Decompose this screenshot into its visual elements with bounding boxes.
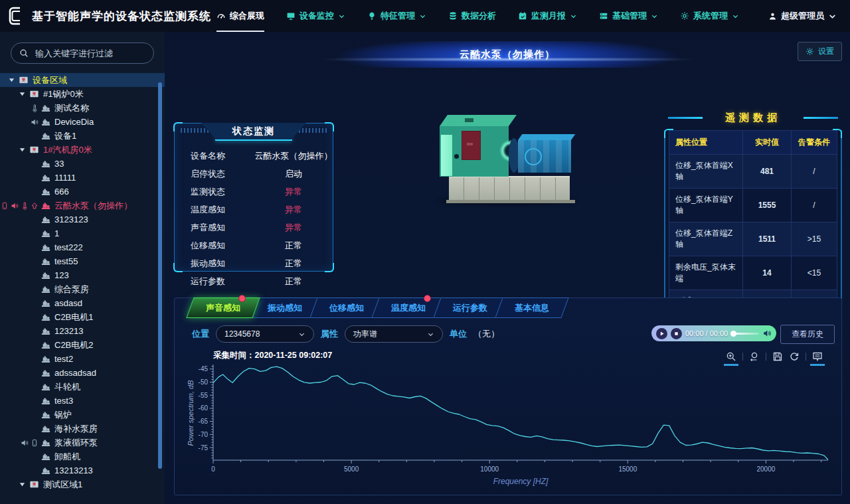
device-icon	[41, 369, 50, 378]
tree-item-16[interactable]: asdasd	[0, 296, 165, 310]
status-row-6: 振动感知 正常	[175, 254, 333, 272]
tree-filter-input[interactable]	[34, 48, 145, 59]
tree-item-25[interactable]: 海补水泵房	[0, 422, 165, 436]
unit-label: 单位	[450, 328, 467, 340]
status-row-7: 运行参数 正常	[175, 272, 333, 290]
tree-item-0[interactable]: 设备区域	[0, 73, 165, 87]
tree-item-8[interactable]: 666	[0, 185, 165, 199]
model-base	[449, 176, 570, 200]
status-row-0: 设备名称 云酷水泵（勿操作）	[175, 147, 333, 165]
tree-item-18[interactable]: 123213	[0, 324, 165, 338]
telemetry-header-row: 属性位置实时值告警条件	[669, 131, 837, 155]
tree-expander-icon[interactable]	[19, 481, 26, 488]
spectrum-chart[interactable]: -45-50-55-60-65-70-750500010000150002000…	[185, 361, 833, 493]
device-icon	[41, 327, 50, 336]
tree-item-22[interactable]: 斗轮机	[0, 380, 165, 394]
map-icon	[29, 145, 39, 155]
tree-item-13[interactable]: test55	[0, 254, 165, 268]
settings-button[interactable]: 设置	[798, 42, 842, 61]
device-tree-sidebar: 设备区域 #1锅炉0米 测试名称 DeviceDia 设备1 1#汽机房0米 3…	[0, 32, 165, 504]
svg-text:Frequency [HZ]: Frequency [HZ]	[493, 477, 549, 486]
tree-item-21[interactable]: adssadsad	[0, 366, 165, 380]
tree-item-26[interactable]: 浆液循环泵	[0, 436, 165, 450]
tree-item-20[interactable]: test2	[0, 352, 165, 366]
tree-expander-icon[interactable]	[19, 90, 26, 98]
realtime-value: 1555	[743, 189, 792, 222]
device-3d-model[interactable]	[434, 109, 580, 207]
tree-item-24[interactable]: 锅炉	[0, 408, 165, 422]
nav-item-0[interactable]: 综合展现	[216, 0, 264, 32]
tree-item-1[interactable]: #1锅炉0米	[0, 87, 165, 101]
tree-item-15[interactable]: 综合泵房	[0, 282, 165, 296]
tree-item-29[interactable]: 测试区域1	[0, 477, 165, 491]
status-value: 云酷水泵（勿操作）	[254, 150, 333, 162]
nav-item-3[interactable]: 数据分析	[448, 0, 496, 32]
tree-item-23[interactable]: test3	[0, 394, 165, 408]
status-value: 正常	[254, 258, 333, 270]
view-history-button[interactable]: 查看历史	[780, 325, 835, 344]
device-icon	[41, 159, 50, 169]
svg-text:20000: 20000	[756, 465, 775, 473]
tree-item-10[interactable]: 3123123	[0, 212, 165, 226]
attribute-select[interactable]: 功率谱	[345, 325, 443, 343]
device-icon	[41, 187, 50, 197]
tab-5[interactable]: 基本信息	[495, 297, 568, 318]
tree-item-6[interactable]: 33	[0, 157, 165, 171]
model-motor-top	[440, 115, 517, 126]
nav-item-5[interactable]: 基础管理	[599, 0, 658, 32]
dash-icon	[216, 11, 226, 21]
alert-badge	[424, 295, 431, 302]
status-value: 正常	[254, 240, 333, 252]
status-panel-title: 状态监测	[201, 123, 306, 139]
tree-expander-icon[interactable]	[19, 146, 26, 153]
device-icon	[41, 452, 50, 462]
model-vent	[465, 118, 473, 122]
svg-text:-65: -65	[199, 418, 209, 425]
alarm-condition: /	[792, 155, 837, 189]
tree-item-14[interactable]: 123	[0, 268, 165, 282]
tree-item-17[interactable]: C2B电机1	[0, 310, 165, 324]
tree-item-19[interactable]: C2B电机2	[0, 338, 165, 352]
tree-item-27[interactable]: 卸船机	[0, 450, 165, 463]
toolbox-divider	[806, 353, 806, 361]
nav-item-2[interactable]: 特征管理	[367, 0, 426, 32]
tree-item-12[interactable]: test222	[0, 240, 165, 254]
nav-item-6[interactable]: 系统管理	[680, 0, 739, 32]
shift-alarm-icon	[31, 202, 39, 210]
tree-item-2[interactable]: 测试名称	[0, 101, 165, 115]
stop-button[interactable]	[671, 328, 682, 339]
user-menu[interactable]: 超级管理员	[768, 10, 837, 22]
device-title: 云酷水泵（勿操作）	[460, 48, 555, 61]
map-icon	[29, 479, 39, 489]
realtime-value: 481	[743, 155, 792, 189]
nav-item-4[interactable]: 监测月报	[518, 0, 577, 32]
main-content: 云酷水泵（勿操作） 设置 状态监测 设备名称 云酷水泵（勿操作） 启停状态 启动…	[165, 32, 850, 504]
telemetry-row-1: 位移_泵体首端Y轴 1555 /	[669, 189, 837, 222]
attribute-label: 属性	[321, 328, 338, 340]
telemetry-row-0: 位移_泵体首端X轴 481 /	[669, 155, 837, 189]
thermo-alarm-icon	[21, 202, 29, 210]
play-button[interactable]	[656, 328, 667, 339]
search-icon	[19, 48, 29, 58]
tree-item-5[interactable]: 1#汽机房0米	[0, 143, 165, 157]
tree-item-4[interactable]: 设备1	[0, 129, 165, 143]
tree-item-3[interactable]: DeviceDia	[0, 115, 165, 129]
tree-scrollbar-thumb[interactable]	[158, 82, 162, 469]
telemetry-row-3: 剩余电压_泵体末端 14 <15	[669, 256, 837, 290]
tree-item-7[interactable]: 11111	[0, 171, 165, 185]
panel-corner	[664, 129, 673, 138]
tree-item-9[interactable]: 云酷水泵（勿操作）	[0, 199, 165, 212]
chevron-down-icon	[651, 13, 658, 20]
slider-thumb[interactable]	[730, 331, 736, 337]
location-select[interactable]: 12345678	[216, 325, 314, 343]
tree-expander-icon[interactable]	[8, 76, 15, 84]
tab-0[interactable]: 声音感知	[186, 297, 260, 318]
svg-text:-70: -70	[199, 431, 209, 438]
tree-item-28[interactable]: 13213213	[0, 463, 165, 477]
tree-item-11[interactable]: 1	[0, 226, 165, 240]
sensor-tabs: 声音感知 振动感知 位移感知 温度感知 运行参数 基本信息	[195, 297, 565, 318]
nav-item-1[interactable]: 设备监控	[286, 0, 345, 32]
player-seek-slider[interactable]	[731, 333, 759, 335]
volume-icon[interactable]	[762, 329, 772, 338]
status-row-2: 监测状态 异常	[175, 183, 333, 201]
